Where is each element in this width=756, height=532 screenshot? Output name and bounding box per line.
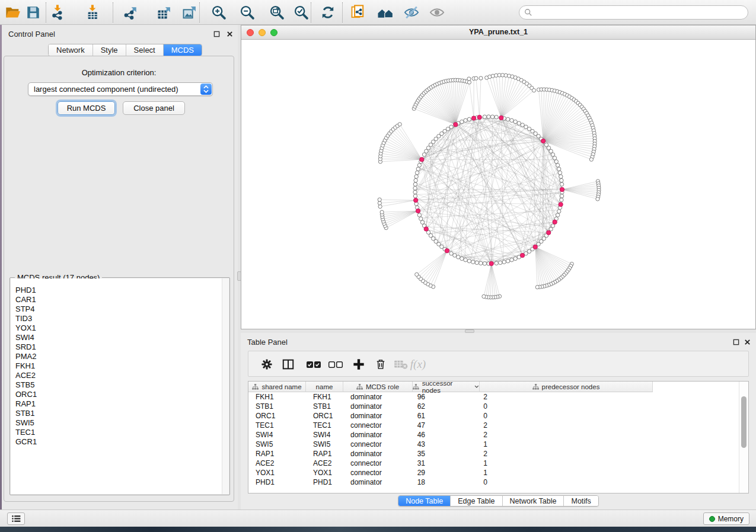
mcds-result-item[interactable]: PHD1 [15, 286, 229, 295]
memory-status-icon [709, 516, 715, 522]
memory-button[interactable]: Memory [703, 512, 749, 525]
network-window-titlebar[interactable]: YPA_prune.txt_1 [241, 25, 755, 40]
table-panel: Table Panel [241, 333, 756, 509]
table-body: FKH1 FKH1 dominator 96 2 STB1 STB1 domin… [248, 392, 653, 487]
table-row[interactable]: TEC1 TEC1 connector 47 2 [248, 421, 653, 430]
table-row[interactable]: FKH1 FKH1 dominator 96 2 [248, 392, 653, 402]
column-type-icon [356, 384, 363, 390]
column-header-successor-nodes[interactable]: successor nodes [413, 382, 480, 392]
column-header-shared-name[interactable]: shared name [248, 382, 306, 392]
column-type-icon [532, 384, 539, 390]
column-header-mcds-role[interactable]: MCDS role [343, 382, 413, 392]
table-row[interactable]: SWI5 SWI5 connector 43 1 [248, 440, 653, 449]
hide-selected-eye-icon[interactable] [402, 3, 421, 22]
import-network-icon[interactable] [49, 3, 68, 22]
search-input[interactable] [532, 8, 734, 17]
new-network-from-selection-icon[interactable] [349, 3, 368, 22]
mcds-list-scrollbar[interactable] [222, 278, 229, 494]
status-bar: Memory [0, 509, 756, 527]
tab-select[interactable]: Select [126, 44, 164, 56]
mcds-result-list[interactable]: PHD1CAR1STP4TID3YOX1SWI4SRD1PMA2FKH1ACE2… [11, 278, 229, 494]
float-panel-icon[interactable] [212, 30, 221, 38]
mcds-result-item[interactable]: RAP1 [15, 399, 229, 409]
zoom-selected-icon[interactable] [292, 3, 311, 22]
show-columns-icon[interactable] [280, 356, 296, 373]
tab-edge-table[interactable]: Edge Table [451, 496, 502, 506]
mcds-result-item[interactable]: PMA2 [15, 352, 229, 361]
table-row[interactable]: SWI4 SWI4 dominator 46 2 [248, 430, 653, 440]
deselect-all-icon[interactable] [327, 356, 344, 373]
memory-label: Memory [718, 515, 744, 523]
mcds-result-item[interactable]: TEC1 [15, 428, 229, 437]
zoom-in-icon[interactable] [209, 3, 228, 22]
column-type-icon [252, 384, 259, 390]
table-row[interactable]: PHD1 PHD1 dominator 18 0 [248, 477, 653, 487]
tab-style[interactable]: Style [93, 44, 126, 56]
toolbar-separator [342, 2, 343, 23]
close-panel-icon[interactable] [225, 30, 234, 38]
run-mcds-button[interactable]: Run MCDS [58, 101, 115, 115]
export-table-icon[interactable] [155, 3, 174, 22]
select-stepper-icon [200, 84, 212, 95]
control-panel-title: Control Panel [8, 30, 55, 39]
mcds-result-item[interactable]: FKH1 [15, 361, 229, 371]
network-graph[interactable] [241, 40, 755, 329]
column-header-predecessor-nodes[interactable]: predecessor nodes [480, 382, 653, 392]
search-field[interactable] [519, 5, 748, 20]
table-row[interactable]: ORC1 ORC1 dominator 61 0 [248, 411, 653, 421]
mcds-result-item[interactable]: SRD1 [15, 342, 229, 352]
mcds-result-item[interactable]: TID3 [15, 314, 229, 323]
mcds-result-item[interactable]: SWI4 [15, 333, 229, 342]
table-tab-bar: Node Table Edge Table Network Table Moti… [241, 495, 756, 507]
selected-option-text: largest connected component (undirected) [34, 85, 178, 94]
mcds-result-item[interactable]: SWI5 [15, 418, 229, 428]
select-all-icon[interactable] [305, 356, 322, 373]
desktop-edge [0, 527, 756, 532]
open-file-icon[interactable] [4, 3, 23, 22]
tab-network[interactable]: Network [49, 44, 93, 56]
mcds-result-group: MCDS result (17 nodes) PHD1CAR1STP4TID3Y… [9, 277, 230, 495]
main-toolbar [0, 0, 756, 25]
tab-network-table[interactable]: Network Table [503, 496, 564, 506]
close-panel-button[interactable]: Close panel [123, 101, 185, 115]
save-session-icon[interactable] [24, 3, 43, 22]
network-canvas[interactable] [241, 40, 755, 329]
mcds-result-item[interactable]: STB1 [15, 409, 229, 418]
table-row[interactable]: ACE2 ACE2 connector 31 1 [248, 459, 653, 468]
tab-motifs[interactable]: Motifs [564, 496, 598, 506]
mcds-result-item[interactable]: GCR1 [15, 437, 229, 447]
toolbar-separator [46, 2, 46, 23]
mcds-result-item[interactable]: YOX1 [15, 323, 229, 333]
export-image-icon[interactable] [180, 3, 199, 22]
column-header-name[interactable]: name [306, 382, 343, 392]
zoom-out-icon[interactable] [238, 3, 257, 22]
mcds-result-item[interactable]: CAR1 [15, 295, 229, 305]
scrollbar-thumb[interactable] [741, 396, 747, 448]
zoom-fit-icon[interactable] [267, 3, 286, 22]
mcds-result-item[interactable]: ACE2 [15, 371, 229, 380]
table-row[interactable]: YOX1 YOX1 connector 29 1 [248, 468, 653, 477]
close-panel-icon[interactable] [743, 338, 751, 346]
list-icon [11, 515, 21, 523]
table-row[interactable]: STB1 STB1 dominator 62 0 [248, 402, 653, 411]
table-toolbar: f(x) [248, 351, 749, 377]
show-all-eye-icon[interactable] [428, 3, 446, 22]
show-log-list-button[interactable] [7, 512, 25, 525]
optimization-criterion-select[interactable]: largest connected component (undirected) [28, 82, 213, 96]
export-network-icon[interactable] [122, 3, 141, 22]
table-settings-gear-icon[interactable] [259, 356, 275, 373]
tab-node-table[interactable]: Node Table [398, 496, 451, 506]
table-panel-title: Table Panel [247, 338, 288, 347]
mcds-result-item[interactable]: ORC1 [15, 390, 229, 399]
table-scrollbar[interactable] [739, 382, 748, 493]
mcds-result-item[interactable]: STB5 [15, 380, 229, 390]
import-table-icon[interactable] [84, 3, 103, 22]
float-panel-icon[interactable] [732, 338, 740, 346]
refresh-icon[interactable] [318, 3, 337, 22]
add-column-icon[interactable] [350, 356, 367, 373]
table-row[interactable]: RAP1 RAP1 dominator 35 2 [248, 449, 653, 459]
delete-column-trash-icon[interactable] [372, 356, 389, 373]
first-neighbors-icon[interactable] [376, 3, 395, 22]
mcds-result-item[interactable]: STP4 [15, 305, 229, 314]
tab-mcds[interactable]: MCDS [164, 44, 202, 56]
